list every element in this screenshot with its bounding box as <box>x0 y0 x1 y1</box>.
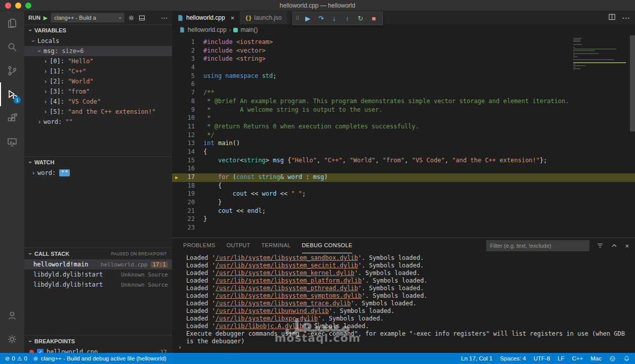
language-status[interactable]: C++ <box>572 355 583 361</box>
panel-tab-debug-console[interactable]: DEBUG CONSOLE <box>302 238 353 253</box>
variable-item[interactable]: ›[5]: "and the C++ extension!" <box>24 107 172 117</box>
settings-gear-icon[interactable] <box>0 327 24 351</box>
tree-item-word[interactable]: › word: "" <box>24 117 172 127</box>
stop-button[interactable]: ■ <box>367 13 380 24</box>
tab-launch-json[interactable]: {} launch.jso <box>240 11 287 24</box>
debug-config-dropdown[interactable]: clang++ - Build a › <box>51 13 124 23</box>
console-link[interactable]: /usr/lib/system/libsystem_platform.dylib <box>216 277 362 284</box>
encoding-status[interactable]: UTF-8 <box>534 355 551 361</box>
restart-button[interactable]: ↻ <box>354 13 367 24</box>
watch-item[interactable]: ›word: "" <box>24 168 172 178</box>
feedback-icon[interactable] <box>609 355 616 362</box>
variable-item[interactable]: ›[0]: "Hello" <box>24 56 172 66</box>
minimap[interactable] <box>573 38 628 73</box>
code-line[interactable]: 18 { <box>172 182 635 191</box>
step-into-button[interactable]: ↓ <box>328 13 341 24</box>
toolbar-drag-handle[interactable]: ⠿ <box>295 15 300 22</box>
breakpoints-section-header[interactable]: › BREAKPOINTS <box>24 336 172 347</box>
panel-tab-terminal[interactable]: TERMINAL <box>262 238 291 253</box>
breadcrumb-symbol[interactable]: main() <box>240 26 258 33</box>
debug-console-panel-icon[interactable] <box>138 14 146 22</box>
panel-tab-problems[interactable]: PROBLEMS <box>183 238 216 253</box>
close-window-button[interactable] <box>5 3 11 9</box>
variable-item[interactable]: ›[2]: "World" <box>24 76 172 86</box>
minimize-window-button[interactable] <box>15 3 21 9</box>
code-line[interactable]: 2#include <vector> <box>172 47 635 56</box>
step-over-button[interactable]: ↷ <box>315 13 327 24</box>
debug-config-status[interactable]: clang++ - Build and debug active file (h… <box>32 355 166 362</box>
code-line[interactable]: 21 cout << endl; <box>172 207 635 216</box>
notifications-bell-icon[interactable] <box>623 355 630 362</box>
cursor-position-status[interactable]: Ln 17, Col 1 <box>461 355 492 361</box>
stack-frame[interactable]: libdyld.dylib!startUnknown Source <box>24 269 172 280</box>
run-and-debug-icon[interactable]: 1 <box>0 82 24 106</box>
configure-gear-icon[interactable] <box>128 14 135 22</box>
code-line[interactable]: 10 * <box>172 114 635 123</box>
code-line[interactable]: 9 * A welcome string is output to the us… <box>172 106 635 115</box>
explorer-icon[interactable] <box>0 11 24 35</box>
panel-tab-output[interactable]: OUTPUT <box>227 238 250 253</box>
platform-status[interactable]: Mac <box>590 355 602 361</box>
console-link[interactable]: /usr/lib/libobjc.A.dylib <box>216 323 303 330</box>
search-icon[interactable] <box>0 35 24 59</box>
stack-frame[interactable]: helloworld!mainhelloworld.cpp17:1 <box>24 259 172 269</box>
console-link[interactable]: /usr/lib/system/libsystem_trace.dylib <box>216 300 351 307</box>
code-line[interactable]: 4 <box>172 64 635 72</box>
split-editor-icon[interactable] <box>608 13 616 23</box>
editor-more-actions-icon[interactable]: ⋯ <box>622 13 630 23</box>
code-line[interactable]: 12 */ <box>172 131 635 140</box>
code-line[interactable]: 7/** <box>172 89 635 98</box>
remote-explorer-icon[interactable] <box>0 130 24 154</box>
start-debugging-button[interactable]: ▶ <box>44 15 48 21</box>
code-line[interactable]: 11 * @return Returns 0 when execution co… <box>172 123 635 131</box>
code-line[interactable]: 19 cout << word << " "; <box>172 190 635 199</box>
variable-item[interactable]: ›[3]: "from" <box>24 86 172 97</box>
console-filter-input[interactable] <box>486 240 589 251</box>
filter-icon[interactable] <box>597 242 604 249</box>
code-line[interactable]: 3#include <string> <box>172 55 635 64</box>
code-line[interactable]: 20 } <box>172 199 635 207</box>
code-line[interactable]: 15 vector<string> msg {"Hello", "C++", "… <box>172 157 635 165</box>
zoom-window-button[interactable] <box>25 3 31 9</box>
variables-section-header[interactable]: › VARIABLES <box>24 25 172 36</box>
editor-scrollbar[interactable] <box>630 35 635 131</box>
tree-item-msg[interactable]: › msg: size=6 <box>24 46 172 56</box>
console-link[interactable]: /usr/lib/system/libsystem_pthread.dylib <box>216 285 358 292</box>
code-line[interactable]: 16 <box>172 165 635 173</box>
indentation-status[interactable]: Spaces: 4 <box>500 355 526 361</box>
code-line[interactable]: 6 <box>172 80 635 89</box>
console-input[interactable]: › <box>172 344 635 353</box>
step-out-button[interactable]: ↑ <box>341 13 354 24</box>
console-link[interactable]: /usr/lib/system/libsystem_symptoms.dylib <box>216 292 362 299</box>
continue-button[interactable]: ▶ <box>302 13 314 24</box>
call-stack-section-header[interactable]: › CALL STACK PAUSED ON BREAKPOINT <box>24 248 172 259</box>
watch-section-header[interactable]: › WATCH <box>24 157 172 168</box>
breakpoint-checkbox[interactable]: ✓ <box>37 349 44 353</box>
maximize-panel-icon[interactable] <box>611 242 618 249</box>
stack-frame[interactable]: libdyld.dylib!startUnknown Source <box>24 280 172 290</box>
code-line[interactable]: 13int main() <box>172 140 635 148</box>
accounts-icon[interactable] <box>0 303 24 327</box>
code-line[interactable]: 8 * @brief An example program. This prog… <box>172 98 635 106</box>
code-line[interactable]: ▶17 for (const string& word : msg) <box>172 173 635 182</box>
breakpoint-item[interactable]: ✓helloworld.cpp17 <box>24 347 172 353</box>
tab-helloworld-cpp[interactable]: helloworld.cpp × <box>172 11 240 24</box>
code-line[interactable]: 22} <box>172 215 635 224</box>
variable-item[interactable]: ›[1]: "C++" <box>24 66 172 76</box>
extensions-icon[interactable] <box>0 106 24 130</box>
code-line[interactable]: 1#include <iostream> <box>172 38 635 47</box>
problems-status[interactable]: ⊘ 0 ⚠ 0 <box>5 355 27 362</box>
code-line[interactable]: 14{ <box>172 148 635 157</box>
console-link[interactable]: /usr/lib/system/libsystem_sandbox.dylib <box>216 254 358 261</box>
console-link[interactable]: /usr/lib/system/libunwind.dylib <box>216 307 329 314</box>
console-link[interactable]: /usr/lib/system/libsystem_secinit.dylib <box>216 262 358 269</box>
tree-item-locals[interactable]: › Locals <box>24 36 172 46</box>
code-line[interactable]: 23 <box>172 224 635 233</box>
close-panel-icon[interactable]: × <box>625 242 629 250</box>
code-line[interactable]: 5using namespace std; <box>172 72 635 81</box>
code-editor[interactable]: 1#include <iostream>2#include <vector>3#… <box>172 35 635 238</box>
breadcrumb-file[interactable]: helloworld.cpp <box>188 26 227 33</box>
views-more-actions-icon[interactable]: ⋯ <box>161 14 168 22</box>
close-tab-icon[interactable]: × <box>231 14 235 22</box>
source-control-icon[interactable] <box>0 59 24 82</box>
